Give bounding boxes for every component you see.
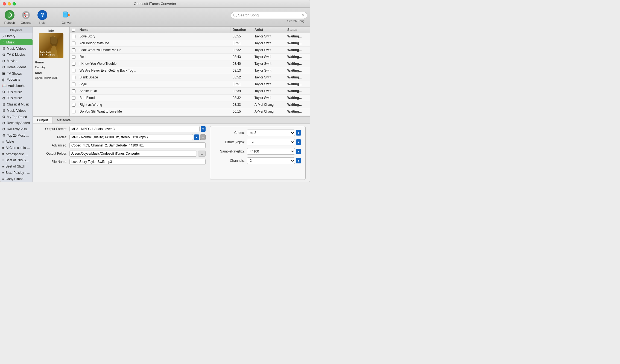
table-row[interactable]: We Are Never Ever Getting Back Tog...03:… bbox=[70, 67, 310, 74]
table-row[interactable]: Blank Space03:52Taylor SwiftWaiting...19… bbox=[70, 74, 310, 81]
sidebar-item-tv-shows[interactable]: ▣TV Shows bbox=[0, 70, 33, 77]
song-checkbox[interactable] bbox=[72, 89, 75, 93]
sidebar-item-audiobooks[interactable]: 📖Audiobooks bbox=[0, 83, 33, 89]
select-all-checkbox[interactable] bbox=[72, 28, 75, 32]
sidebar-icon-tv-shows: ▣ bbox=[2, 71, 5, 75]
help-button[interactable]: ? Help bbox=[36, 9, 49, 25]
song-list-body: Love Story03:55Taylor SwiftWaiting...Fea… bbox=[70, 33, 310, 116]
sidebar-item-adele[interactable]: ≡Adele bbox=[0, 139, 33, 145]
table-row[interactable]: Shake It Off03:39Taylor SwiftWaiting...1… bbox=[70, 88, 310, 95]
song-artist: Taylor Swift bbox=[252, 74, 285, 81]
search-input[interactable] bbox=[238, 13, 300, 17]
genre-label: Genre bbox=[35, 60, 67, 65]
col-header-artist: Artist bbox=[252, 27, 285, 33]
sidebar-item-podcasts[interactable]: ◎Podcasts bbox=[0, 77, 33, 83]
sidebar-item-atmospheric-glitch[interactable]: ≡Atmospheric Glitch bbox=[0, 151, 33, 157]
table-row[interactable]: Red03:43Taylor SwiftWaiting...Red bbox=[70, 54, 310, 60]
profile-select[interactable]: MP3 - Normal Quality( 44100 Hz, stereo ,… bbox=[69, 134, 193, 140]
sidebar-item-music[interactable]: ♫Music bbox=[0, 39, 33, 46]
options-button[interactable]: Options bbox=[19, 9, 33, 25]
sidebar-icon-carly-simon: ≡ bbox=[2, 177, 4, 181]
table-row[interactable]: Bad Blood03:32Taylor SwiftWaiting...1989 bbox=[70, 95, 310, 101]
sidebar-item-90s-music[interactable]: ⚙90's Music bbox=[0, 89, 33, 95]
refresh-label: Refresh bbox=[4, 21, 15, 24]
song-checkbox-cell bbox=[70, 95, 77, 101]
table-row[interactable]: Style03:51Taylor SwiftWaiting...1989 bbox=[70, 81, 310, 88]
codec-arrow[interactable]: ▼ bbox=[296, 130, 301, 136]
browse-button[interactable]: ... bbox=[198, 151, 206, 157]
bitrate-select[interactable]: 128 bbox=[247, 139, 295, 145]
channels-select[interactable]: 2 bbox=[247, 157, 295, 164]
file-name-input[interactable] bbox=[69, 159, 206, 165]
song-checkbox[interactable] bbox=[72, 35, 75, 38]
sidebar-item-recently-added[interactable]: ⚙Recently Added bbox=[0, 120, 33, 126]
samplerate-arrow[interactable]: ▼ bbox=[296, 149, 301, 154]
song-checkbox[interactable] bbox=[72, 55, 75, 59]
bottom-tabs: OutputMetadata bbox=[33, 117, 310, 124]
song-name: Right as Wrong bbox=[77, 101, 230, 108]
table-row[interactable]: I Knew You Were Trouble03:40Taylor Swift… bbox=[70, 60, 310, 67]
sidebar-item-label-atmospheric-glitch: Atmospheric Glitch bbox=[6, 152, 30, 156]
bitrate-arrow[interactable]: ▼ bbox=[296, 139, 301, 145]
sidebar-item-music-videos[interactable]: ⚙Music Videos bbox=[0, 45, 33, 52]
file-name-label: File Name: bbox=[37, 160, 67, 164]
sidebar-item-label-best-70s: Best of '70s Soft Rock bbox=[6, 158, 30, 162]
tab-output[interactable]: Output bbox=[33, 117, 52, 124]
sidebar-item-label-brad-paisley: Brad Paisley - Love and Wa... bbox=[6, 171, 30, 175]
sidebar-item-carly-simon[interactable]: ≡Carly Simon - Chimes of... bbox=[0, 176, 33, 182]
minimize-button[interactable] bbox=[8, 2, 11, 5]
sidebar-item-al-cien[interactable]: ≡Al Cien con la Banda 💯 bbox=[0, 145, 33, 151]
song-artist: A-Mei Chang bbox=[252, 108, 285, 115]
sidebar-item-library[interactable]: ♪Library bbox=[0, 33, 33, 39]
song-checkbox-cell bbox=[70, 54, 77, 60]
table-row[interactable]: You Belong With Me03:51Taylor SwiftWaiti… bbox=[70, 40, 310, 47]
codec-select[interactable]: mp3 bbox=[247, 130, 295, 136]
samplerate-select[interactable]: 44100 bbox=[247, 148, 295, 155]
close-button[interactable] bbox=[3, 2, 6, 5]
convert-button[interactable]: Convert bbox=[60, 9, 74, 25]
search-clear-icon[interactable]: ✕ bbox=[302, 13, 305, 17]
sidebar-item-90s-music2[interactable]: ⚙90's Music bbox=[0, 95, 33, 101]
song-checkbox[interactable] bbox=[72, 103, 75, 107]
sidebar-item-best-glitch[interactable]: ≡Best of Glitch bbox=[0, 163, 33, 170]
channels-arrow[interactable]: ▼ bbox=[296, 158, 301, 163]
output-format-select[interactable]: MP3 - MPEG-1 Audio Layer 3 bbox=[69, 126, 200, 132]
song-checkbox[interactable] bbox=[72, 48, 75, 52]
sidebar-item-recently-played[interactable]: ⚙Recently Played bbox=[0, 126, 33, 133]
song-checkbox[interactable] bbox=[72, 69, 75, 72]
sidebar-item-tv-movies[interactable]: ⚙TV & Movies bbox=[0, 52, 33, 58]
table-row[interactable]: Look What You Made Me Do03:32Taylor Swif… bbox=[70, 47, 310, 54]
table-row[interactable]: Love Story03:55Taylor SwiftWaiting...Fea… bbox=[70, 33, 310, 40]
sidebar-item-classical[interactable]: ⚙Classical Music bbox=[0, 101, 33, 108]
refresh-button[interactable]: Refresh bbox=[3, 9, 16, 25]
info-panel: Info bbox=[33, 27, 70, 116]
song-checkbox[interactable] bbox=[72, 83, 75, 86]
song-checkbox[interactable] bbox=[72, 62, 75, 66]
song-artist: A-Mei Chang bbox=[252, 101, 285, 108]
sidebar-icon-90s-music: ⚙ bbox=[2, 90, 5, 94]
song-name: You Belong With Me bbox=[77, 40, 230, 46]
maximize-button[interactable] bbox=[13, 2, 16, 5]
sidebar-item-label-movies: Movies bbox=[7, 59, 17, 63]
output-folder-input[interactable] bbox=[69, 151, 197, 157]
sidebar-item-best-70s[interactable]: ≡Best of '70s Soft Rock bbox=[0, 157, 33, 163]
table-row[interactable]: Do You Still Want to Love Me06:15A-Mei C… bbox=[70, 108, 310, 115]
song-checkbox-cell bbox=[70, 81, 77, 87]
song-checkbox[interactable] bbox=[72, 42, 75, 45]
sidebar-item-my-top-rated[interactable]: ⚙My Top Rated bbox=[0, 114, 33, 120]
output-format-arrow[interactable]: ▼ bbox=[201, 126, 206, 132]
sidebar-item-top25[interactable]: ⚙Top 25 Most Played bbox=[0, 132, 33, 139]
tab-metadata[interactable]: Metadata bbox=[52, 117, 75, 124]
song-checkbox[interactable] bbox=[72, 96, 75, 100]
table-row[interactable]: Right as Wrong03:33A-Mei ChangWaiting...… bbox=[70, 101, 310, 108]
profile-minus-btn[interactable]: − bbox=[200, 134, 206, 140]
song-name: Red bbox=[77, 54, 230, 60]
song-checkbox[interactable] bbox=[72, 110, 75, 113]
sidebar-item-home-videos[interactable]: ⚙Home Videos bbox=[0, 64, 33, 71]
advanced-input[interactable] bbox=[69, 142, 206, 148]
song-checkbox[interactable] bbox=[72, 76, 75, 79]
sidebar-item-music-videos2[interactable]: ⚙Music Videos bbox=[0, 107, 33, 114]
sidebar-item-brad-paisley[interactable]: ≡Brad Paisley - Love and Wa... bbox=[0, 169, 33, 176]
profile-arrow[interactable]: ▼ bbox=[194, 134, 199, 140]
sidebar-item-movies[interactable]: ⚙Movies bbox=[0, 58, 33, 64]
